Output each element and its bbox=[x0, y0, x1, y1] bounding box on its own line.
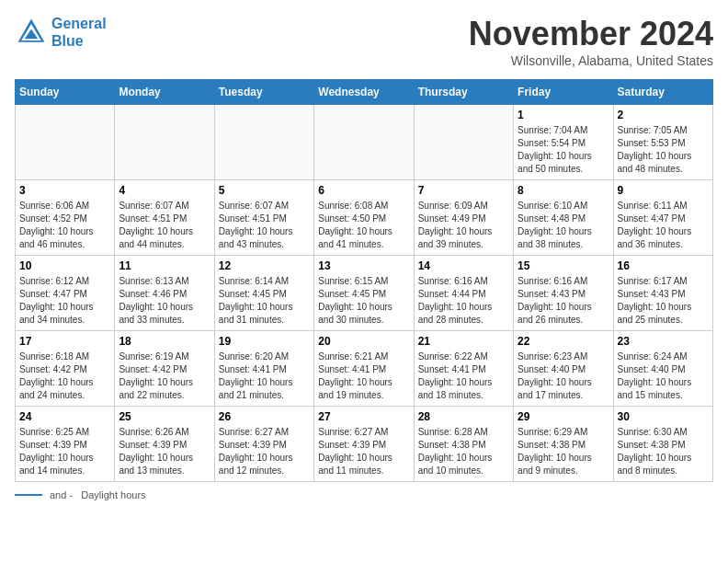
day-info: Sunrise: 6:13 AM Sunset: 4:46 PM Dayligh… bbox=[119, 275, 210, 327]
legend-text: and - Daylight hours bbox=[50, 489, 146, 500]
day-info: Sunrise: 6:18 AM Sunset: 4:42 PM Dayligh… bbox=[19, 350, 110, 402]
day-number: 10 bbox=[19, 259, 110, 272]
calendar-cell: 27Sunrise: 6:27 AM Sunset: 4:39 PM Dayli… bbox=[314, 407, 414, 482]
day-info: Sunrise: 6:09 AM Sunset: 4:49 PM Dayligh… bbox=[418, 200, 509, 251]
day-info: Sunrise: 6:15 AM Sunset: 4:45 PM Dayligh… bbox=[318, 275, 409, 327]
calendar-week-row: 10Sunrise: 6:12 AM Sunset: 4:47 PM Dayli… bbox=[16, 256, 713, 331]
calendar-cell: 10Sunrise: 6:12 AM Sunset: 4:47 PM Dayli… bbox=[16, 256, 115, 331]
calendar-cell: 18Sunrise: 6:19 AM Sunset: 4:42 PM Dayli… bbox=[115, 331, 214, 407]
day-number: 23 bbox=[618, 335, 709, 348]
day-info: Sunrise: 6:28 AM Sunset: 4:38 PM Dayligh… bbox=[418, 426, 509, 477]
day-info: Sunrise: 6:19 AM Sunset: 4:42 PM Dayligh… bbox=[119, 350, 210, 402]
legend-line bbox=[15, 494, 42, 496]
calendar-header-row: SundayMondayTuesdayWednesdayThursdayFrid… bbox=[16, 80, 713, 105]
day-number: 5 bbox=[219, 184, 310, 197]
calendar-cell: 17Sunrise: 6:18 AM Sunset: 4:42 PM Dayli… bbox=[16, 331, 115, 407]
day-info: Sunrise: 7:04 AM Sunset: 5:54 PM Dayligh… bbox=[518, 124, 609, 176]
day-number: 7 bbox=[418, 184, 509, 197]
day-info: Sunrise: 6:07 AM Sunset: 4:51 PM Dayligh… bbox=[119, 200, 210, 251]
day-info: Sunrise: 6:21 AM Sunset: 4:41 PM Dayligh… bbox=[318, 350, 409, 402]
calendar-cell: 7Sunrise: 6:09 AM Sunset: 4:49 PM Daylig… bbox=[414, 180, 513, 256]
day-number: 14 bbox=[418, 259, 509, 272]
calendar-day-header: Thursday bbox=[414, 80, 513, 105]
calendar-day-header: Friday bbox=[514, 80, 613, 105]
day-number: 18 bbox=[119, 335, 210, 348]
day-info: Sunrise: 6:25 AM Sunset: 4:39 PM Dayligh… bbox=[19, 426, 110, 477]
day-number: 29 bbox=[518, 410, 609, 423]
day-info: Sunrise: 6:30 AM Sunset: 4:38 PM Dayligh… bbox=[618, 426, 709, 477]
day-info: Sunrise: 6:10 AM Sunset: 4:48 PM Dayligh… bbox=[518, 200, 609, 251]
calendar-cell: 1Sunrise: 7:04 AM Sunset: 5:54 PM Daylig… bbox=[514, 105, 613, 180]
calendar-cell: 22Sunrise: 6:23 AM Sunset: 4:40 PM Dayli… bbox=[514, 331, 613, 407]
calendar-cell: 6Sunrise: 6:08 AM Sunset: 4:50 PM Daylig… bbox=[314, 180, 414, 256]
day-info: Sunrise: 7:05 AM Sunset: 5:53 PM Dayligh… bbox=[618, 124, 709, 176]
calendar-cell: 11Sunrise: 6:13 AM Sunset: 4:46 PM Dayli… bbox=[115, 256, 214, 331]
day-info: Sunrise: 6:12 AM Sunset: 4:47 PM Dayligh… bbox=[19, 275, 110, 327]
day-info: Sunrise: 6:27 AM Sunset: 4:39 PM Dayligh… bbox=[318, 426, 409, 477]
logo-icon bbox=[15, 16, 48, 49]
day-number: 24 bbox=[19, 410, 110, 423]
day-number: 6 bbox=[318, 184, 409, 197]
calendar-cell: 9Sunrise: 6:11 AM Sunset: 4:47 PM Daylig… bbox=[613, 180, 712, 256]
day-info: Sunrise: 6:16 AM Sunset: 4:44 PM Dayligh… bbox=[418, 275, 509, 327]
day-info: Sunrise: 6:20 AM Sunset: 4:41 PM Dayligh… bbox=[219, 350, 310, 402]
calendar-week-row: 1Sunrise: 7:04 AM Sunset: 5:54 PM Daylig… bbox=[16, 105, 713, 180]
day-number: 28 bbox=[418, 410, 509, 423]
calendar-cell bbox=[16, 105, 115, 180]
month-title: November 2024 bbox=[469, 15, 713, 53]
calendar-cell: 2Sunrise: 7:05 AM Sunset: 5:53 PM Daylig… bbox=[613, 105, 712, 180]
day-number: 21 bbox=[418, 335, 509, 348]
calendar-day-header: Sunday bbox=[16, 80, 115, 105]
calendar-cell: 21Sunrise: 6:22 AM Sunset: 4:41 PM Dayli… bbox=[414, 331, 513, 407]
calendar-cell: 12Sunrise: 6:14 AM Sunset: 4:45 PM Dayli… bbox=[214, 256, 313, 331]
calendar-cell: 26Sunrise: 6:27 AM Sunset: 4:39 PM Dayli… bbox=[214, 407, 313, 482]
calendar-cell: 23Sunrise: 6:24 AM Sunset: 4:40 PM Dayli… bbox=[613, 331, 712, 407]
calendar-cell: 15Sunrise: 6:16 AM Sunset: 4:43 PM Dayli… bbox=[514, 256, 613, 331]
location: Wilsonville, Alabama, United States bbox=[469, 53, 713, 68]
calendar-cell: 30Sunrise: 6:30 AM Sunset: 4:38 PM Dayli… bbox=[613, 407, 712, 482]
day-info: Sunrise: 6:16 AM Sunset: 4:43 PM Dayligh… bbox=[518, 275, 609, 327]
calendar-cell: 20Sunrise: 6:21 AM Sunset: 4:41 PM Dayli… bbox=[314, 331, 414, 407]
day-number: 3 bbox=[19, 184, 110, 197]
day-number: 19 bbox=[219, 335, 310, 348]
calendar-day-header: Monday bbox=[115, 80, 214, 105]
calendar-week-row: 3Sunrise: 6:06 AM Sunset: 4:52 PM Daylig… bbox=[16, 180, 713, 256]
calendar-table: SundayMondayTuesdayWednesdayThursdayFrid… bbox=[15, 79, 713, 482]
calendar-day-header: Saturday bbox=[613, 80, 712, 105]
day-number: 15 bbox=[518, 259, 609, 272]
day-number: 25 bbox=[119, 410, 210, 423]
calendar-cell: 4Sunrise: 6:07 AM Sunset: 4:51 PM Daylig… bbox=[115, 180, 214, 256]
legend: and - Daylight hours bbox=[15, 489, 713, 500]
day-number: 8 bbox=[518, 184, 609, 197]
day-info: Sunrise: 6:29 AM Sunset: 4:38 PM Dayligh… bbox=[518, 426, 609, 477]
calendar-cell: 13Sunrise: 6:15 AM Sunset: 4:45 PM Dayli… bbox=[314, 256, 414, 331]
day-number: 17 bbox=[19, 335, 110, 348]
calendar-cell: 14Sunrise: 6:16 AM Sunset: 4:44 PM Dayli… bbox=[414, 256, 513, 331]
day-number: 9 bbox=[618, 184, 709, 197]
calendar-week-row: 24Sunrise: 6:25 AM Sunset: 4:39 PM Dayli… bbox=[16, 407, 713, 482]
calendar-cell bbox=[115, 105, 214, 180]
day-number: 20 bbox=[318, 335, 409, 348]
title-block: November 2024 Wilsonville, Alabama, Unit… bbox=[469, 15, 713, 68]
day-number: 2 bbox=[618, 109, 709, 121]
day-info: Sunrise: 6:27 AM Sunset: 4:39 PM Dayligh… bbox=[219, 426, 310, 477]
day-number: 1 bbox=[518, 109, 609, 121]
calendar-cell: 28Sunrise: 6:28 AM Sunset: 4:38 PM Dayli… bbox=[414, 407, 513, 482]
day-number: 13 bbox=[318, 259, 409, 272]
calendar-day-header: Wednesday bbox=[314, 80, 414, 105]
calendar-day-header: Tuesday bbox=[214, 80, 313, 105]
day-info: Sunrise: 6:08 AM Sunset: 4:50 PM Dayligh… bbox=[318, 200, 409, 251]
day-number: 26 bbox=[219, 410, 310, 423]
calendar-cell: 8Sunrise: 6:10 AM Sunset: 4:48 PM Daylig… bbox=[514, 180, 613, 256]
calendar-cell bbox=[414, 105, 513, 180]
calendar-cell: 25Sunrise: 6:26 AM Sunset: 4:39 PM Dayli… bbox=[115, 407, 214, 482]
day-info: Sunrise: 6:11 AM Sunset: 4:47 PM Dayligh… bbox=[618, 200, 709, 251]
day-info: Sunrise: 6:06 AM Sunset: 4:52 PM Dayligh… bbox=[19, 200, 110, 251]
calendar-cell bbox=[314, 105, 414, 180]
day-info: Sunrise: 6:17 AM Sunset: 4:43 PM Dayligh… bbox=[618, 275, 709, 327]
day-number: 11 bbox=[119, 259, 210, 272]
day-info: Sunrise: 6:26 AM Sunset: 4:39 PM Dayligh… bbox=[119, 426, 210, 477]
calendar-cell: 24Sunrise: 6:25 AM Sunset: 4:39 PM Dayli… bbox=[16, 407, 115, 482]
day-number: 27 bbox=[318, 410, 409, 423]
day-info: Sunrise: 6:14 AM Sunset: 4:45 PM Dayligh… bbox=[219, 275, 310, 327]
